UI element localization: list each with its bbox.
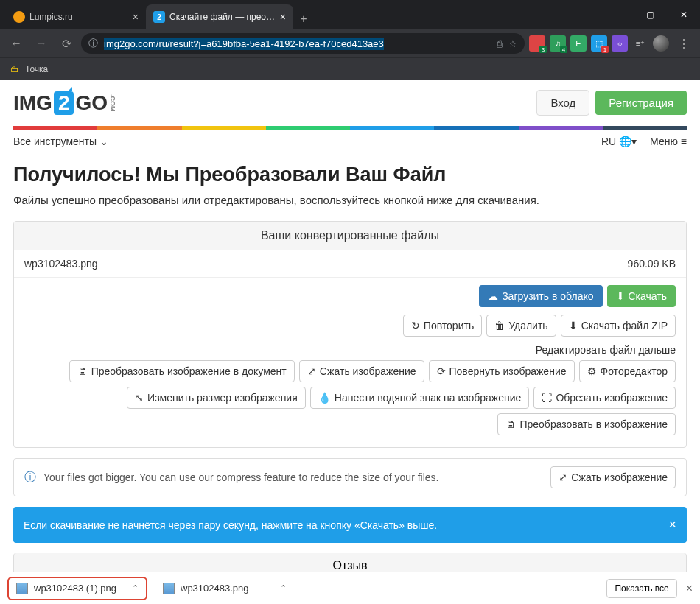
close-window-button[interactable]: ✕ [667, 0, 700, 29]
forward-button[interactable]: → [31, 33, 52, 54]
menu-icon[interactable]: ⋮ [673, 33, 694, 54]
login-button[interactable]: Вход [536, 90, 589, 116]
download-filename: wp3102483.png [181, 583, 249, 594]
url-text: img2go.com/ru/result?j=a619bfba-5ea1-419… [104, 38, 384, 50]
download-alert: Если скачивание не начнётся через пару с… [13, 507, 687, 543]
file-row: wp3102483.png 960.09 KB [14, 250, 686, 278]
document-icon: 🗎 [77, 365, 88, 377]
chevron-up-icon[interactable]: ⌃ [280, 583, 287, 593]
chevron-up-icon[interactable]: ⌃ [132, 583, 139, 593]
register-button[interactable]: Регистрация [595, 91, 687, 115]
download-button[interactable]: ⬇Скачать [607, 285, 676, 307]
ext-blue-icon[interactable]: ⬚1 [591, 35, 607, 52]
ext-ev-icon[interactable]: E [570, 35, 587, 52]
url-input[interactable]: ⓘ img2go.com/ru/result?j=a619bfba-5ea1-4… [81, 33, 525, 54]
close-alert-button[interactable]: × [668, 517, 676, 533]
ext-adblock-icon[interactable]: 3 [529, 35, 545, 52]
language-selector[interactable]: RU 🌐▾ [601, 136, 637, 147]
alert-text: Если скачивание не начнётся через пару с… [24, 519, 437, 531]
image-icon: 🗎 [505, 418, 516, 430]
hamburger-icon: ≡ [681, 136, 687, 147]
close-shelf-button[interactable]: × [686, 582, 693, 595]
rainbow-divider [13, 126, 687, 130]
site-logo[interactable]: IMG 2 GO .COM [13, 91, 116, 115]
download-shelf: wp3102483 (1).png ⌃ wp3102483.png ⌃ Пока… [0, 572, 700, 604]
rotate-button[interactable]: ⟳Повернуть изображение [429, 360, 575, 382]
site-header: IMG 2 GO .COM Вход Регистрация [13, 80, 687, 126]
maximize-button[interactable]: ▢ [634, 0, 667, 29]
address-bar: ← → ⟳ ⓘ img2go.com/ru/result?j=a619bfba-… [0, 29, 700, 57]
trash-icon: 🗑 [494, 320, 505, 331]
to-document-button[interactable]: 🗎Преобразовать изображение в документ [69, 360, 295, 382]
tab-close-icon[interactable]: × [133, 11, 139, 23]
bookmark-star-icon[interactable]: ☆ [508, 38, 517, 49]
to-image-button[interactable]: 🗎Преобразовать в изображение [497, 413, 676, 435]
delete-button[interactable]: 🗑Удалить [486, 315, 556, 337]
crop-button[interactable]: ⛶Обрезать изображение [533, 387, 676, 409]
globe-icon: 🌐 [619, 136, 631, 147]
file-icon [16, 583, 28, 594]
photo-editor-button[interactable]: ⚙Фоторедактор [579, 360, 676, 382]
site-info-icon[interactable]: ⓘ [88, 37, 98, 50]
reload-icon: ↻ [411, 320, 420, 331]
tab-img2go[interactable]: 2 Скачайте файл — преобразов × [146, 4, 293, 29]
resize-icon: ⤡ [135, 392, 144, 404]
tab-title: Lumpics.ru [29, 12, 128, 22]
compress-icon: ⤢ [307, 365, 316, 377]
gear-icon: ⚙ [587, 365, 597, 377]
chevron-down-icon: ▾ [631, 136, 637, 147]
download-icon: ⬇ [569, 320, 578, 331]
card-header: Ваши конвертированные файлы [14, 222, 686, 250]
info-text: Your files got bigger. You can use our c… [43, 471, 438, 483]
show-all-downloads-button[interactable]: Показать все [606, 579, 676, 598]
info-compress-button[interactable]: ⤢Сжать изображение [550, 466, 676, 488]
resize-button[interactable]: ⤡Изменить размер изображения [127, 387, 306, 409]
file-name: wp3102483.png [24, 258, 98, 270]
back-button[interactable]: ← [6, 33, 27, 54]
file-icon [163, 583, 175, 594]
retry-button[interactable]: ↻Повторить [403, 315, 482, 337]
download-filename: wp3102483 (1).png [34, 583, 116, 594]
tab-lumpics[interactable]: Lumpics.ru × [6, 4, 146, 29]
chevron-down-icon: ⌄ [99, 136, 108, 147]
reading-list-icon[interactable]: ≡⁺ [632, 35, 648, 52]
info-box: ⓘ Your files got bigger. You can use our… [13, 458, 687, 496]
edit-further-label: Редактировать файл дальше [24, 344, 676, 356]
menu-toggle[interactable]: Меню ≡ [650, 136, 687, 147]
page-subtitle: Файлы успешно преобразованы или отредакт… [13, 192, 687, 208]
compress-button[interactable]: ⤢Сжать изображение [299, 360, 424, 382]
download-item-1[interactable]: wp3102483 (1).png ⌃ [7, 577, 147, 600]
favicon-lumpics [13, 11, 25, 23]
tab-title: Скачайте файл — преобразов [169, 12, 276, 22]
all-tools-dropdown[interactable]: Все инструменты ⌄ [13, 136, 108, 147]
download-item-2[interactable]: wp3102483.png ⌃ [155, 579, 295, 598]
file-size: 960.09 KB [628, 258, 676, 270]
bookmark-item[interactable]: Точка [25, 64, 48, 74]
ext-green-icon[interactable]: ♫4 [550, 35, 566, 52]
minimize-button[interactable]: — [601, 0, 634, 29]
sub-navigation: Все инструменты ⌄ RU 🌐▾ Меню ≡ [13, 130, 687, 153]
page-title: Получилось! Мы Преобразовали Ваш Файл [13, 164, 687, 186]
rotate-icon: ⟳ [437, 365, 446, 377]
page-content: IMG 2 GO .COM Вход Регистрация Все инстр… [0, 80, 700, 572]
upload-cloud-button[interactable]: ☁Загрузить в облако [479, 285, 602, 307]
cloud-icon: ☁ [488, 290, 498, 302]
tab-close-icon[interactable]: × [280, 11, 286, 23]
download-icon: ⬇ [616, 290, 625, 302]
ext-purple-icon[interactable]: ⟐ [612, 35, 628, 52]
converted-files-card: Ваши конвертированные файлы wp3102483.pn… [13, 221, 687, 448]
browser-titlebar: Lumpics.ru × 2 Скачайте файл — преобразо… [0, 0, 700, 29]
watermark-button[interactable]: 💧Нанести водяной знак на изображение [310, 387, 530, 409]
window-controls: — ▢ ✕ [601, 0, 700, 29]
review-section-header: Отзыв [13, 553, 687, 572]
reload-button[interactable]: ⟳ [56, 33, 77, 54]
info-icon: ⓘ [24, 470, 36, 485]
bookmarks-bar: 🗀 Точка [0, 57, 700, 80]
crop-icon: ⛶ [542, 392, 552, 404]
compress-icon: ⤢ [559, 471, 567, 483]
download-zip-button[interactable]: ⬇Скачать файл ZIP [561, 315, 676, 337]
droplet-icon: 💧 [318, 392, 331, 404]
new-tab-button[interactable]: + [293, 9, 314, 29]
profile-avatar[interactable] [653, 35, 669, 52]
translate-icon[interactable]: ⎙ [497, 38, 503, 49]
